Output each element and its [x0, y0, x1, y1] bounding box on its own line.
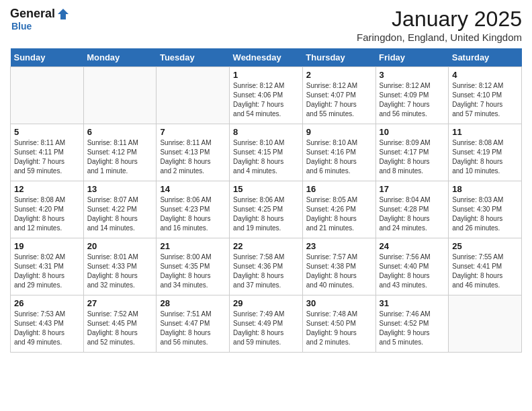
weekday-header-thursday: Thursday	[302, 48, 375, 67]
day-number: 13	[87, 184, 153, 194]
day-info: Sunrise: 8:09 AM Sunset: 4:17 PM Dayligh…	[380, 138, 445, 176]
month-title: January 2025	[357, 7, 522, 32]
weekday-header-monday: Monday	[83, 48, 157, 67]
day-number: 7	[160, 127, 226, 137]
day-info: Sunrise: 7:57 AM Sunset: 4:38 PM Dayligh…	[306, 253, 372, 290]
day-number: 14	[160, 184, 226, 194]
day-number: 31	[380, 298, 445, 308]
calendar-cell: 17Sunrise: 8:04 AM Sunset: 4:28 PM Dayli…	[375, 181, 449, 238]
calendar-cell: 15Sunrise: 8:06 AM Sunset: 4:25 PM Dayli…	[230, 181, 303, 238]
calendar-cell: 30Sunrise: 7:48 AM Sunset: 4:50 PM Dayli…	[302, 295, 375, 353]
day-info: Sunrise: 8:08 AM Sunset: 4:20 PM Dayligh…	[14, 195, 80, 233]
calendar-cell: 16Sunrise: 8:05 AM Sunset: 4:26 PM Dayli…	[302, 181, 375, 238]
calendar-cell: 10Sunrise: 8:09 AM Sunset: 4:17 PM Dayli…	[375, 124, 449, 181]
day-number: 24	[380, 241, 445, 251]
day-info: Sunrise: 7:48 AM Sunset: 4:50 PM Dayligh…	[306, 310, 372, 347]
day-number: 19	[14, 241, 80, 251]
calendar-cell: 9Sunrise: 8:10 AM Sunset: 4:16 PM Daylig…	[302, 124, 375, 181]
day-number: 12	[14, 184, 80, 194]
weekday-header-row: SundayMondayTuesdayWednesdayThursdayFrid…	[11, 48, 522, 67]
logo-general-text: General	[10, 7, 55, 21]
calendar-cell: 31Sunrise: 7:46 AM Sunset: 4:52 PM Dayli…	[375, 295, 449, 353]
calendar-cell: 5Sunrise: 8:11 AM Sunset: 4:11 PM Daylig…	[11, 124, 84, 181]
calendar-table: SundayMondayTuesdayWednesdayThursdayFrid…	[10, 48, 522, 353]
calendar-cell: 1Sunrise: 8:12 AM Sunset: 4:06 PM Daylig…	[230, 67, 303, 124]
day-info: Sunrise: 8:02 AM Sunset: 4:31 PM Dayligh…	[14, 253, 80, 290]
page-container: General Blue January 2025 Faringdon, Eng…	[0, 0, 532, 363]
day-info: Sunrise: 8:12 AM Sunset: 4:07 PM Dayligh…	[306, 81, 372, 119]
day-info: Sunrise: 8:07 AM Sunset: 4:22 PM Dayligh…	[87, 195, 153, 233]
calendar-cell: 23Sunrise: 7:57 AM Sunset: 4:38 PM Dayli…	[302, 238, 375, 295]
day-info: Sunrise: 8:06 AM Sunset: 4:23 PM Dayligh…	[160, 195, 226, 233]
calendar-cell	[83, 67, 157, 124]
calendar-cell: 22Sunrise: 7:58 AM Sunset: 4:36 PM Dayli…	[230, 238, 303, 295]
calendar-cell: 2Sunrise: 8:12 AM Sunset: 4:07 PM Daylig…	[302, 67, 375, 124]
day-number: 1	[233, 70, 299, 80]
week-row-5: 26Sunrise: 7:53 AM Sunset: 4:43 PM Dayli…	[11, 295, 522, 353]
day-number: 23	[306, 241, 372, 251]
day-info: Sunrise: 7:51 AM Sunset: 4:47 PM Dayligh…	[160, 310, 226, 347]
day-info: Sunrise: 8:06 AM Sunset: 4:25 PM Dayligh…	[233, 195, 299, 233]
day-number: 25	[452, 241, 518, 251]
day-number: 6	[87, 127, 153, 137]
logo-blue-label: Blue	[11, 21, 32, 32]
weekday-header-saturday: Saturday	[449, 48, 522, 67]
location-title: Faringdon, England, United Kingdom	[357, 32, 522, 43]
calendar-cell: 3Sunrise: 8:12 AM Sunset: 4:09 PM Daylig…	[375, 67, 449, 124]
day-number: 26	[14, 298, 80, 308]
day-info: Sunrise: 7:53 AM Sunset: 4:43 PM Dayligh…	[14, 310, 80, 347]
logo: General Blue	[10, 7, 70, 32]
day-number: 15	[233, 184, 299, 194]
day-info: Sunrise: 8:11 AM Sunset: 4:12 PM Dayligh…	[87, 138, 153, 176]
weekday-header-wednesday: Wednesday	[230, 48, 303, 67]
day-info: Sunrise: 8:11 AM Sunset: 4:13 PM Dayligh…	[160, 138, 226, 176]
day-info: Sunrise: 7:55 AM Sunset: 4:41 PM Dayligh…	[452, 253, 518, 290]
day-number: 2	[306, 70, 372, 80]
day-info: Sunrise: 8:01 AM Sunset: 4:33 PM Dayligh…	[87, 253, 153, 290]
day-number: 30	[306, 298, 372, 308]
calendar-cell: 18Sunrise: 8:03 AM Sunset: 4:30 PM Dayli…	[449, 181, 522, 238]
weekday-header-tuesday: Tuesday	[157, 48, 230, 67]
day-info: Sunrise: 8:11 AM Sunset: 4:11 PM Dayligh…	[14, 138, 80, 176]
calendar-cell: 28Sunrise: 7:51 AM Sunset: 4:47 PM Dayli…	[157, 295, 230, 353]
calendar-cell: 24Sunrise: 7:56 AM Sunset: 4:40 PM Dayli…	[375, 238, 449, 295]
day-number: 20	[87, 241, 153, 251]
calendar-cell: 7Sunrise: 8:11 AM Sunset: 4:13 PM Daylig…	[157, 124, 230, 181]
calendar-cell: 13Sunrise: 8:07 AM Sunset: 4:22 PM Dayli…	[83, 181, 157, 238]
day-number: 3	[380, 70, 445, 80]
day-info: Sunrise: 8:10 AM Sunset: 4:15 PM Dayligh…	[233, 138, 299, 176]
calendar-cell: 20Sunrise: 8:01 AM Sunset: 4:33 PM Dayli…	[83, 238, 157, 295]
day-info: Sunrise: 8:08 AM Sunset: 4:19 PM Dayligh…	[452, 138, 518, 176]
calendar-cell: 8Sunrise: 8:10 AM Sunset: 4:15 PM Daylig…	[230, 124, 303, 181]
calendar-cell: 27Sunrise: 7:52 AM Sunset: 4:45 PM Dayli…	[83, 295, 157, 353]
header: General Blue January 2025 Faringdon, Eng…	[10, 7, 522, 43]
title-block: January 2025 Faringdon, England, United …	[357, 7, 522, 43]
weekday-header-sunday: Sunday	[11, 48, 84, 67]
logo-icon	[56, 7, 70, 21]
day-number: 18	[452, 184, 518, 194]
day-number: 4	[452, 70, 518, 80]
day-info: Sunrise: 7:46 AM Sunset: 4:52 PM Dayligh…	[380, 310, 445, 347]
day-info: Sunrise: 7:49 AM Sunset: 4:49 PM Dayligh…	[233, 310, 299, 347]
day-info: Sunrise: 8:12 AM Sunset: 4:06 PM Dayligh…	[233, 81, 299, 119]
day-info: Sunrise: 8:10 AM Sunset: 4:16 PM Dayligh…	[306, 138, 372, 176]
day-number: 16	[306, 184, 372, 194]
day-number: 17	[380, 184, 445, 194]
day-number: 5	[14, 127, 80, 137]
day-number: 28	[160, 298, 226, 308]
day-info: Sunrise: 8:12 AM Sunset: 4:10 PM Dayligh…	[452, 81, 518, 119]
day-number: 9	[306, 127, 372, 137]
day-number: 21	[160, 241, 226, 251]
week-row-2: 5Sunrise: 8:11 AM Sunset: 4:11 PM Daylig…	[11, 124, 522, 181]
calendar-cell: 21Sunrise: 8:00 AM Sunset: 4:35 PM Dayli…	[157, 238, 230, 295]
calendar-cell: 25Sunrise: 7:55 AM Sunset: 4:41 PM Dayli…	[449, 238, 522, 295]
week-row-3: 12Sunrise: 8:08 AM Sunset: 4:20 PM Dayli…	[11, 181, 522, 238]
day-info: Sunrise: 8:03 AM Sunset: 4:30 PM Dayligh…	[452, 195, 518, 233]
calendar-cell	[11, 67, 84, 124]
calendar-cell: 26Sunrise: 7:53 AM Sunset: 4:43 PM Dayli…	[11, 295, 84, 353]
calendar-cell: 4Sunrise: 8:12 AM Sunset: 4:10 PM Daylig…	[449, 67, 522, 124]
calendar-cell: 19Sunrise: 8:02 AM Sunset: 4:31 PM Dayli…	[11, 238, 84, 295]
week-row-4: 19Sunrise: 8:02 AM Sunset: 4:31 PM Dayli…	[11, 238, 522, 295]
day-number: 27	[87, 298, 153, 308]
calendar-cell: 29Sunrise: 7:49 AM Sunset: 4:49 PM Dayli…	[230, 295, 303, 353]
